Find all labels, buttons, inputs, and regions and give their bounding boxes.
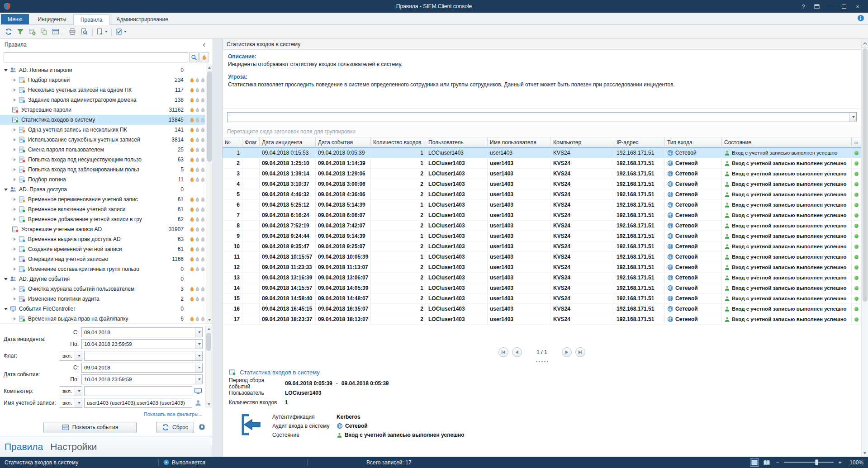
tree-item-row[interactable]: Устаревшие пароли31162 (0, 105, 205, 115)
tree-item-row[interactable]: Устаревшие учетные записи AD31907 (0, 224, 205, 234)
account-field[interactable]: user1403 (user1403),user1403 (user1403) (84, 398, 192, 408)
groupby-drop-area[interactable]: Перетащите сюда заголовок поля для групп… (223, 126, 861, 137)
minimize-button[interactable]: — (824, 1, 837, 12)
show-all-filters-link[interactable]: Показать все фильтры... (143, 411, 203, 417)
column-header[interactable]: Дата события (316, 137, 371, 147)
tree-item-row[interactable]: Несколько учетных записей на одном ПК117 (0, 85, 205, 95)
tree-item-row[interactable]: Операции над учетной записью1166 (0, 254, 205, 264)
tree-item-row[interactable]: Изменение состава критичных групп пользо… (0, 264, 205, 274)
zoom-in-button[interactable]: + (837, 459, 843, 466)
incident-row[interactable]: 1709.04.2018 18:23:3709.04.2018 18:13:07… (223, 314, 861, 325)
collapse-sidebar-button[interactable] (200, 41, 208, 49)
column-header[interactable]: IP-адрес (614, 137, 665, 147)
dropdown-caret-icon[interactable] (75, 398, 82, 407)
expand-arrow-icon[interactable] (11, 198, 18, 201)
computer-mode-select[interactable]: вкл. (60, 386, 82, 396)
tree-item-row[interactable]: Временное добавление учетной записи в гр… (0, 214, 205, 224)
panel-splitter[interactable] (213, 39, 222, 457)
incident-row[interactable]: 209.04.2018 1:25:1009.04.2018 1:14:391LO… (223, 158, 861, 169)
column-header[interactable]: Количество входов (371, 137, 426, 147)
flag-mode-select[interactable]: вкл. (60, 351, 82, 361)
zoom-out-button[interactable]: − (774, 459, 781, 466)
incident-row[interactable]: 809.04.2018 7:52:1909.04.2018 7:42:072LO… (223, 221, 861, 231)
column-header[interactable]: Флаг (242, 137, 260, 147)
add-rule-button[interactable] (26, 26, 38, 37)
column-header[interactable]: Пользователь (426, 137, 488, 147)
dropdown-caret-icon[interactable] (195, 363, 202, 372)
filter-button[interactable] (14, 26, 26, 37)
dropdown-caret-icon[interactable] (75, 387, 82, 396)
tree-item-row[interactable]: Очистка журнала событий пользователем3 (0, 284, 205, 294)
print-button[interactable] (66, 26, 78, 37)
computer-field[interactable] (84, 386, 192, 396)
expand-arrow-icon[interactable] (11, 237, 18, 241)
scroll-thumb[interactable] (207, 71, 212, 162)
expand-arrow-icon[interactable] (11, 317, 18, 321)
scroll-up-icon[interactable] (206, 64, 213, 71)
collapse-arrow-icon[interactable] (2, 278, 9, 280)
incident-row[interactable]: 1609.04.2018 16:45:1509.04.2018 16:35:07… (223, 304, 861, 314)
event-date-to-select[interactable]: 10.04.2018 23:59:59 (81, 374, 203, 384)
dropdown-caret-icon[interactable] (195, 328, 202, 337)
incident-row[interactable]: 509.04.2018 4:46:3209.04.2018 4:36:062LO… (223, 189, 861, 200)
scroll-down-icon[interactable] (206, 317, 213, 323)
column-header[interactable]: Компьютер (551, 137, 614, 147)
tree-item-row[interactable]: Попытка входа под заблокированным польз5 (0, 165, 205, 175)
column-header[interactable]: Дата инцидента (260, 137, 316, 147)
incident-date-from-select[interactable]: 09.04.2018 (81, 327, 203, 337)
tree-item-row[interactable]: Подбор паролей234 (0, 75, 205, 85)
reset-button[interactable]: Сброс (156, 422, 194, 433)
content-scrollbar[interactable] (861, 39, 868, 457)
expand-arrow-icon[interactable] (11, 138, 18, 142)
dropdown-caret-icon[interactable] (195, 375, 202, 384)
tree-group-row[interactable]: AD. Логины и пароли0 (0, 65, 205, 75)
tree-item-row[interactable]: Подбор логина11 (0, 175, 205, 184)
expand-arrow-icon[interactable] (11, 88, 18, 92)
last-page-button[interactable] (575, 347, 585, 357)
nav-tab-rules[interactable]: Правила (5, 441, 43, 452)
tree-item-row[interactable]: Статистика входов в систему13845 (0, 115, 205, 125)
incident-row[interactable]: 409.04.2018 3:10:3709.04.2018 3:00:062LO… (223, 179, 861, 189)
expand-arrow-icon[interactable] (11, 297, 18, 301)
grid-view-button[interactable] (50, 26, 62, 37)
first-page-button[interactable] (498, 347, 508, 357)
prev-page-button[interactable] (512, 347, 522, 357)
zoom-slider-thumb[interactable] (815, 459, 818, 465)
tree-item-row[interactable]: Смена пароля пользователем25 (0, 145, 205, 155)
maximize-button[interactable] (837, 1, 851, 12)
tree-item-row[interactable]: Временная выдача прав доступа AD63 (0, 234, 205, 244)
incident-date-to-select[interactable]: 10.04.2018 23:59:59 (81, 339, 203, 349)
expand-arrow-icon[interactable] (11, 168, 18, 171)
tab-menu[interactable]: Меню (1, 14, 29, 24)
next-page-button[interactable] (562, 347, 572, 357)
dropdown-caret-icon[interactable] (849, 113, 856, 122)
dropdown-caret-icon[interactable] (195, 351, 202, 360)
incident-row[interactable]: 1409.04.2018 14:15:5709.04.2018 14:05:39… (223, 283, 861, 293)
expand-arrow-icon[interactable] (11, 257, 18, 261)
pin-button[interactable] (810, 1, 824, 12)
tree-item-row[interactable]: Одна учетная запись на нескольких ПК141 (0, 125, 205, 135)
incident-filter-combobox[interactable] (227, 112, 857, 122)
close-button[interactable]: × (851, 1, 864, 12)
settings-gear-button[interactable] (198, 423, 207, 432)
expand-arrow-icon[interactable] (11, 178, 18, 181)
incident-row[interactable]: 1009.04.2018 9:35:4709.04.2018 9:25:072L… (223, 241, 861, 252)
copy-rule-button[interactable] (38, 26, 50, 37)
incident-row[interactable]: 109.04.2018 0:15:5309.04.2018 0:05:391LO… (223, 147, 861, 158)
incident-row[interactable]: 1309.04.2018 13:16:3909.04.2018 13:06:07… (223, 273, 861, 283)
collapse-arrow-icon[interactable] (2, 308, 9, 310)
tree-item-row[interactable]: Временная выдача прав на файл/папку6 (0, 314, 205, 323)
nav-tab-settings[interactable]: Настройки (50, 441, 97, 452)
tree-item-row[interactable]: Создание временной учетной записи61 (0, 244, 205, 254)
expand-arrow-icon[interactable] (11, 78, 18, 82)
tree-item-row[interactable]: Временное включение учетной записи61 (0, 204, 205, 214)
incident-row[interactable]: 1109.04.2018 10:15:5709.04.2018 10:05:39… (223, 252, 861, 262)
expand-arrow-icon[interactable] (11, 128, 18, 132)
dropdown-caret-icon[interactable] (75, 351, 82, 360)
flame-filter-button[interactable] (199, 52, 209, 62)
dropdown-caret-icon[interactable] (195, 340, 202, 349)
collapse-arrow-icon[interactable] (2, 69, 9, 71)
column-header[interactable]: Состояние (722, 137, 852, 147)
link-column-header[interactable]: ∞ (852, 137, 861, 147)
refresh-button[interactable] (3, 26, 14, 37)
